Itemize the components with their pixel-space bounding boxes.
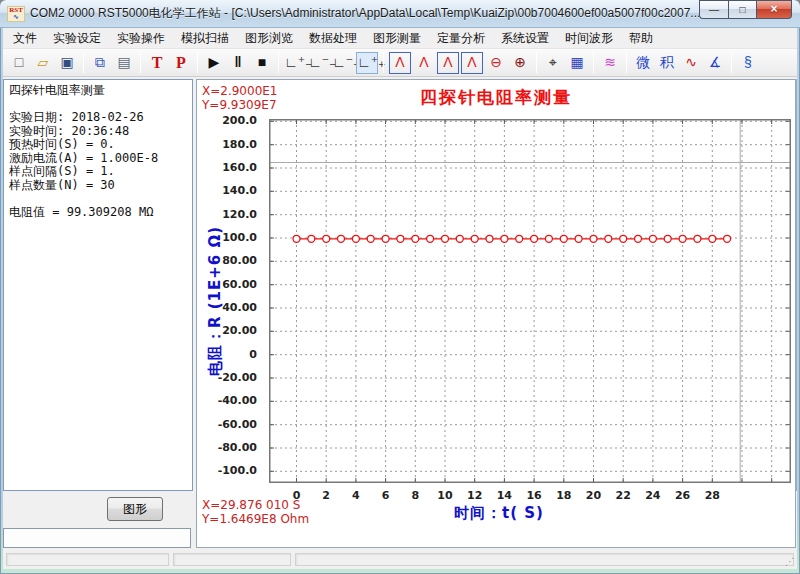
x-tick-label: 12 xyxy=(462,489,488,502)
menu-item[interactable]: 文件 xyxy=(5,28,45,49)
x-tick-label: 20 xyxy=(580,489,606,502)
x-tick-label: 24 xyxy=(640,489,666,502)
toolbar-separator xyxy=(536,52,537,73)
close-button[interactable]: × xyxy=(757,0,792,19)
pause-icon[interactable]: ‖ xyxy=(227,52,249,74)
menu-item[interactable]: 实验操作 xyxy=(109,28,173,49)
y-tick-label: -60.00 xyxy=(197,418,263,431)
print-icon[interactable]: ▤ xyxy=(113,52,135,74)
curve-window-1-icon[interactable]: Λ xyxy=(437,52,459,74)
y-tick-label: -100.0 xyxy=(197,464,263,477)
toolbar-separator xyxy=(593,52,594,73)
chart-panel[interactable]: X=2.9000E1 Y=9.9309E7 四探针电阻率测量 电阻：R (1E+… xyxy=(196,79,796,548)
serial-link-icon[interactable]: § xyxy=(737,52,759,74)
toolbar-separator xyxy=(626,52,627,73)
app-logo-icon: RST ∿ xyxy=(7,6,25,22)
status-section xyxy=(295,553,794,566)
toolbar-separator xyxy=(731,52,732,73)
open-file-icon[interactable]: ▱ xyxy=(32,52,54,74)
menu-item[interactable]: 实验设定 xyxy=(45,28,109,49)
y-tick-label: -20.00 xyxy=(197,371,263,384)
x-tick-label: 28 xyxy=(699,489,725,502)
data-table-icon[interactable]: ▦ xyxy=(566,52,588,74)
curve-window-2-icon[interactable]: Λ xyxy=(461,52,483,74)
menu-item[interactable]: 数据处理 xyxy=(301,28,365,49)
app-logo-wave-icon: ∿ xyxy=(13,13,19,21)
window-controls: — □ × xyxy=(699,0,792,19)
y-tick-label: 120.0 xyxy=(197,208,263,221)
integral-icon[interactable]: 积 xyxy=(656,52,678,74)
info-line: 电阻值 = 99.309208 MΩ xyxy=(9,206,188,220)
menu-item[interactable]: 图形测量 xyxy=(365,28,429,49)
info-line: 实验日期: 2018-02-26 xyxy=(9,111,188,125)
curve-center-y-icon[interactable]: Λ xyxy=(413,52,435,74)
x-tick-label: 26 xyxy=(670,489,696,502)
x-tick-label: 6 xyxy=(373,489,399,502)
measure-icon[interactable]: ∡ xyxy=(704,52,726,74)
info-line: 实验时间: 20:36:48 xyxy=(9,125,188,139)
status-section xyxy=(6,553,169,566)
empty-input-box[interactable] xyxy=(3,528,191,548)
menu-item[interactable]: 系统设置 xyxy=(493,28,557,49)
y-tick-label: 180.0 xyxy=(197,138,263,151)
info-line xyxy=(9,98,188,112)
status-bar xyxy=(3,551,797,569)
info-line: 四探针电阻率测量 xyxy=(9,84,188,98)
zoom-in-icon[interactable]: ⊕ xyxy=(509,52,531,74)
minimize-button[interactable]: — xyxy=(699,0,728,19)
smooth-curve-icon[interactable]: ≋ xyxy=(599,52,621,74)
experiment-info-panel[interactable]: 四探针电阻率测量 实验日期: 2018-02-26实验时间: 20:36:48预… xyxy=(3,79,193,491)
maximize-button[interactable]: □ xyxy=(728,0,757,19)
stop-icon[interactable]: ■ xyxy=(251,52,273,74)
copy-icon[interactable]: ⧉ xyxy=(89,52,111,74)
curve-expand-y-icon[interactable]: Λ xyxy=(389,52,411,74)
y-tick-label: 160.0 xyxy=(197,161,263,174)
axis-scale-icon-3[interactable]: ∟⁻₊ xyxy=(332,52,354,74)
title-bar[interactable]: RST ∿ COM2 0000 RST5000电化学工作站 - [C:\User… xyxy=(0,0,800,28)
x-tick-label: 14 xyxy=(491,489,517,502)
x-tick-label: 10 xyxy=(432,489,458,502)
y-tick-label: 140.0 xyxy=(197,184,263,197)
info-line: 预热时间(S) = 0. xyxy=(9,138,188,152)
y-tick-label: 80.00 xyxy=(197,254,263,267)
text-t-icon[interactable]: T xyxy=(146,52,168,74)
fit-curve-icon[interactable]: ∿ xyxy=(680,52,702,74)
cursor-readout-bottom: X=29.876 010 S Y=1.6469E8 Ohm xyxy=(202,498,309,526)
resize-grip-icon[interactable]: ⋰ xyxy=(785,556,795,567)
menu-item[interactable]: 定量分析 xyxy=(429,28,493,49)
client-area: 文件实验设定实验操作模拟扫描图形浏览数据处理图形测量定量分析系统设置时间波形帮助… xyxy=(3,28,797,569)
axis-scale-icon-4[interactable]: ∟⁺₊ xyxy=(356,52,378,74)
axis-scale-icon-1[interactable]: ∟⁺₋ xyxy=(284,52,306,74)
x-tick-label: 4 xyxy=(343,489,369,502)
x-tick-label: 22 xyxy=(610,489,636,502)
x-tick-label: 18 xyxy=(551,489,577,502)
toolbar-separator xyxy=(383,52,384,73)
axis-scale-icon-2[interactable]: ∟⁻₋ xyxy=(308,52,330,74)
menu-item[interactable]: 模拟扫描 xyxy=(173,28,237,49)
chart-title: 四探针电阻率测量 xyxy=(197,86,795,109)
y-tick-label: 0 xyxy=(197,348,263,361)
menu-item[interactable]: 帮助 xyxy=(621,28,661,49)
zoom-out-icon[interactable]: ⊖ xyxy=(485,52,507,74)
text-p-icon[interactable]: P xyxy=(170,52,192,74)
y-tick-label: 40.00 xyxy=(197,301,263,314)
derivative-icon[interactable]: 微 xyxy=(632,52,654,74)
toolbar-separator xyxy=(278,52,279,73)
info-line xyxy=(9,192,188,206)
curve-axes-icon[interactable]: ⌖ xyxy=(542,52,564,74)
status-section xyxy=(173,553,291,566)
toolbar: □▱▣⧉▤TP▶‖■∟⁺₋∟⁻₋∟⁻₊∟⁺₊ΛΛΛΛ⊖⊕⌖▦≋微积∿∡§ xyxy=(3,48,797,77)
toolbar-separator xyxy=(140,52,141,73)
save-icon[interactable]: ▣ xyxy=(56,52,78,74)
run-icon[interactable]: ▶ xyxy=(203,52,225,74)
graph-button[interactable]: 图形 xyxy=(107,497,163,521)
plot-svg[interactable] xyxy=(269,119,791,483)
info-line: 样点间隔(S) = 1. xyxy=(9,165,188,179)
y-tick-label: 100.0 xyxy=(197,231,263,244)
y-tick-label: 200.0 xyxy=(197,114,263,127)
info-line: 激励电流(A) = 1.000E-8 xyxy=(9,152,188,166)
menu-item[interactable]: 时间波形 xyxy=(557,28,621,49)
new-file-icon[interactable]: □ xyxy=(8,52,30,74)
info-line: 样点数量(N) = 30 xyxy=(9,179,188,193)
menu-item[interactable]: 图形浏览 xyxy=(237,28,301,49)
